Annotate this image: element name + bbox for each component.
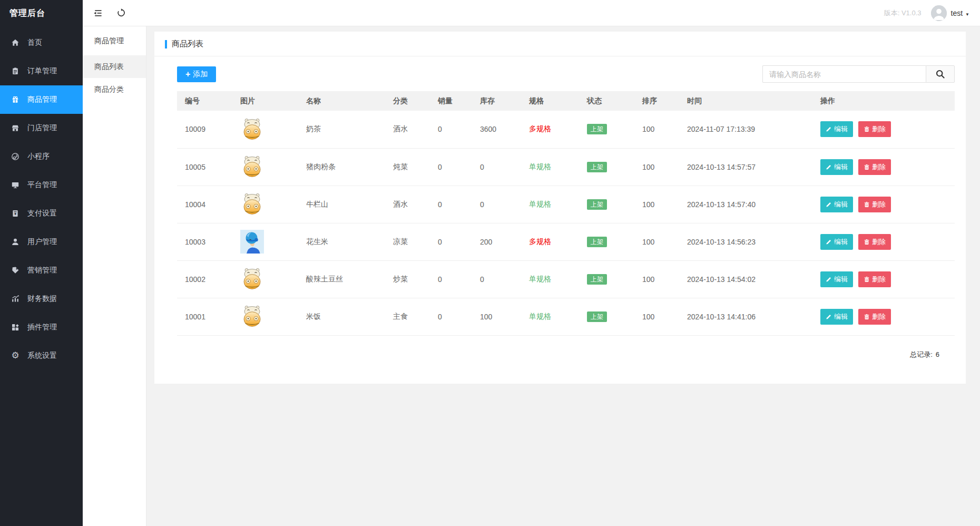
- sidebar-item-plugins[interactable]: 插件管理: [0, 313, 83, 342]
- sidebar-nav: 首页 订单管理 商品管理 门店管理: [0, 26, 83, 370]
- sidebar-item-miniprogram[interactable]: 小程序: [0, 142, 83, 171]
- delete-button[interactable]: 删除: [858, 121, 891, 137]
- edit-button-label: 编辑: [834, 124, 848, 134]
- delete-button[interactable]: 删除: [858, 234, 891, 250]
- card-title: 商品列表: [154, 39, 966, 56]
- topbar-right: 版本: V1.0.3 test: [884, 5, 969, 21]
- goods-icon: [11, 95, 20, 104]
- status-badge: 上架: [587, 311, 607, 322]
- sidebar-item-label: 订单管理: [27, 66, 57, 76]
- product-sort: 100: [634, 148, 679, 186]
- refresh-icon[interactable]: [116, 8, 127, 18]
- col-time: 时间: [679, 91, 779, 111]
- sidebar-item-label: 门店管理: [27, 123, 57, 133]
- submenu-item-product-list[interactable]: 商品列表: [83, 55, 146, 78]
- product-stock: 0: [472, 186, 521, 223]
- sidebar-item-goods[interactable]: 商品管理: [0, 85, 83, 114]
- submenu: 商品管理 商品列表 商品分类: [83, 26, 146, 526]
- col-sales: 销量: [430, 91, 472, 111]
- card-body: 添加: [165, 65, 955, 359]
- delete-button[interactable]: 删除: [858, 197, 891, 212]
- delete-button-label: 删除: [872, 124, 886, 134]
- product-sales: 0: [430, 260, 472, 298]
- sidebar-item-label: 营销管理: [27, 266, 57, 275]
- product-sort: 100: [634, 260, 679, 298]
- product-id: 10001: [177, 298, 232, 335]
- content: 商品列表 添加: [146, 26, 980, 526]
- sidebar-item-orders[interactable]: 订单管理: [0, 57, 83, 85]
- col-image: 图片: [232, 91, 298, 111]
- product-image[interactable]: [240, 267, 264, 291]
- sidebar-item-label: 小程序: [27, 152, 50, 161]
- product-name: 猪肉粉条: [298, 148, 385, 186]
- sidebar-item-label: 商品管理: [27, 95, 57, 104]
- product-image[interactable]: [240, 192, 264, 216]
- table-row: 10005: [177, 148, 955, 186]
- trash-icon: [864, 164, 870, 170]
- product-category: 炒菜: [385, 260, 430, 298]
- title-accent-bar: [165, 40, 167, 48]
- sidebar-item-finance[interactable]: 财务数据: [0, 285, 83, 313]
- delete-button-label: 删除: [872, 162, 886, 172]
- delete-button-label: 删除: [872, 312, 886, 322]
- gear-icon: [11, 352, 20, 360]
- product-image[interactable]: [240, 230, 264, 254]
- edit-button[interactable]: 编辑: [820, 121, 853, 137]
- spec-text: 单规格: [529, 162, 551, 171]
- status-badge: 上架: [587, 124, 607, 134]
- edit-button[interactable]: 编辑: [820, 309, 853, 325]
- pencil-icon: [826, 276, 832, 283]
- table-row: 10009: [177, 111, 955, 148]
- topbar: 版本: V1.0.3 test: [83, 0, 980, 26]
- sidebar-item-settings[interactable]: 系统设置: [0, 342, 83, 370]
- submenu-item-product-category[interactable]: 商品分类: [83, 78, 146, 101]
- delete-button-label: 删除: [872, 237, 886, 247]
- product-name: 酸辣土豆丝: [298, 260, 385, 298]
- sidebar-item-platform[interactable]: 平台管理: [0, 171, 83, 199]
- search-input[interactable]: [762, 65, 926, 83]
- product-table: 编号 图片 名称 分类 销量 库存 规格 状态 排序 时间: [177, 91, 955, 336]
- caret-down-icon: [965, 9, 969, 17]
- pencil-icon: [826, 164, 832, 170]
- col-category: 分类: [385, 91, 430, 111]
- trash-icon: [864, 239, 870, 245]
- product-name: 花生米: [298, 223, 385, 260]
- payment-icon: ¥: [11, 209, 20, 218]
- hippo-image: [240, 305, 264, 328]
- search-button[interactable]: [926, 65, 955, 83]
- delete-button[interactable]: 删除: [858, 159, 891, 175]
- trash-icon: [864, 314, 870, 320]
- sidebar-item-label: 支付设置: [27, 209, 57, 218]
- tag-icon: [11, 266, 20, 275]
- product-category: 酒水: [385, 186, 430, 223]
- product-image[interactable]: [240, 305, 264, 328]
- sidebar-item-home[interactable]: 首页: [0, 28, 83, 57]
- product-category: 炖菜: [385, 148, 430, 186]
- sidebar-item-label: 财务数据: [27, 294, 57, 304]
- edit-button[interactable]: 编辑: [820, 197, 853, 212]
- col-name: 名称: [298, 91, 385, 111]
- user-dropdown[interactable]: test: [931, 5, 970, 21]
- product-name: 奶茶: [298, 111, 385, 148]
- app-window: 管理后台 首页 订单管理 商品管理: [0, 0, 980, 526]
- edit-button[interactable]: 编辑: [820, 159, 853, 175]
- sidebar-item-stores[interactable]: 门店管理: [0, 114, 83, 142]
- collapse-sidebar-icon[interactable]: [93, 8, 104, 18]
- total-records: 总记录:6: [177, 350, 955, 359]
- sidebar-item-marketing[interactable]: 营销管理: [0, 256, 83, 285]
- hippo-image: [240, 267, 264, 291]
- edit-button[interactable]: 编辑: [820, 234, 853, 250]
- delete-button[interactable]: 删除: [858, 271, 891, 287]
- sidebar-item-payment[interactable]: ¥ 支付设置: [0, 199, 83, 228]
- edit-button-label: 编辑: [834, 237, 848, 247]
- product-id: 10003: [177, 223, 232, 260]
- delete-button[interactable]: 删除: [858, 309, 891, 325]
- sidebar-item-users[interactable]: 用户管理: [0, 228, 83, 256]
- user-icon: [11, 238, 20, 246]
- col-stock: 库存: [472, 91, 521, 111]
- pencil-icon: [826, 201, 832, 208]
- product-image[interactable]: [240, 118, 264, 141]
- edit-button[interactable]: 编辑: [820, 271, 853, 287]
- add-button[interactable]: 添加: [177, 66, 216, 82]
- product-image[interactable]: [240, 155, 264, 179]
